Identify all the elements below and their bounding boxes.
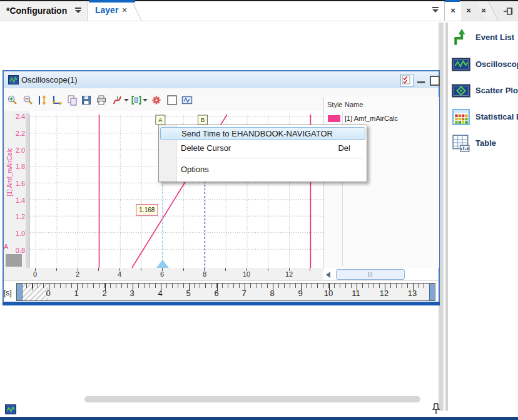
y-axis-cursor-marker: A [4, 243, 11, 250]
ruler-tick-label: 0 [41, 289, 56, 299]
tabbar-dropdown-icon[interactable] [432, 7, 439, 13]
palette-item-table[interactable]: Table [449, 133, 518, 154]
dock-tab-3-close-icon[interactable]: × [479, 5, 489, 16]
zoom-out-icon[interactable] [23, 95, 34, 106]
pin-vertical-icon[interactable] [432, 403, 440, 414]
scope-display-icon[interactable] [181, 95, 193, 106]
palette-item-event-list[interactable]: Event List [449, 27, 518, 48]
oscilloscope-icon [452, 55, 470, 74]
zoom-in-icon[interactable] [7, 95, 18, 106]
menu-item-options[interactable]: Options [160, 163, 364, 176]
signal-list-panel [323, 97, 439, 268]
svg-text:1.168: 1.168 [139, 207, 155, 213]
y-tick-label: 1.6 [6, 180, 25, 187]
save-icon[interactable] [81, 95, 92, 106]
fit-axes-icon[interactable] [51, 95, 63, 106]
y-tick-label: 2.0 [6, 146, 25, 154]
hscroll-grip-icon [368, 272, 373, 277]
layout-split-dropdown-icon[interactable] [143, 99, 148, 101]
menu-item-label: Delete Cursor [181, 141, 231, 155]
fit-vertical-icon[interactable] [37, 95, 48, 106]
ruler-tick-label: 5 [181, 289, 196, 299]
tab-configuration-label: *Configuration [6, 6, 67, 16]
y-tick-label: 1.4 [6, 197, 25, 204]
y-axis-scroll-thumb[interactable] [6, 254, 22, 267]
tab-layer-close-icon[interactable]: × [120, 5, 129, 15]
application-window: *Configuration Layer × × × × Event List … [0, 0, 518, 420]
palette-item-scatter-plot[interactable]: Scatter Plot [449, 80, 518, 101]
table-icon [452, 134, 470, 153]
scatter-plot-icon [452, 81, 470, 100]
pin-horizontal-icon[interactable] [503, 7, 514, 16]
x-tick-label: 6 [155, 270, 170, 279]
ruler-tick-label: 10 [321, 289, 336, 299]
minimize-button[interactable] [417, 81, 425, 83]
svg-text:B: B [201, 117, 205, 123]
statistical-data-icon [452, 108, 470, 126]
palette-item-label: Scatter Plot [475, 86, 518, 95]
oscilloscope-title: Oscilloscope(1) [21, 75, 78, 85]
x-tick-label: 8 [197, 270, 212, 279]
maximize-button[interactable] [430, 76, 440, 86]
x-tick-label: 10 [239, 270, 254, 279]
settings-gear-icon[interactable] [151, 95, 162, 106]
tab-layer-label: Layer [95, 5, 118, 15]
signal-list-name-header: Name [345, 101, 363, 108]
window-bottom-edge [0, 417, 518, 420]
axis-ruler-divider [4, 280, 439, 281]
layout-split-icon[interactable] [131, 95, 142, 106]
dock-tab-1-close-icon[interactable]: × [448, 5, 458, 16]
dock-tab-1-active-indicator [445, 0, 460, 2]
page-horizontal-scrollbar[interactable] [84, 396, 420, 402]
copy-icon[interactable] [66, 95, 78, 106]
ruler-tick-label: 11 [348, 289, 363, 299]
menu-item-delete-cursor[interactable]: Delete Cursor Del [160, 141, 364, 155]
oscilloscope-window-icon [8, 74, 19, 85]
ruler-tick-label: 13 [405, 289, 420, 299]
menu-item-label: Options [181, 163, 209, 176]
oscilloscope-window-bottom-border [3, 302, 440, 305]
signal-style-icon[interactable] [112, 95, 123, 106]
oscilloscope-mini-icon[interactable] [5, 404, 16, 415]
ruler-tick-label: 8 [265, 289, 280, 299]
hscroll-thumb[interactable] [336, 269, 405, 280]
ruler-tick-label: 3 [124, 289, 140, 299]
palette-item-oscilloscope[interactable]: Oscilloscope [449, 54, 518, 75]
menu-item-send-time[interactable]: Send Time to EHANDBOOK-NAVIGATOR [160, 127, 365, 140]
ruler-tick-label: 7 [236, 289, 251, 299]
ruler-unit-label: [s] [4, 289, 12, 297]
x-tick-label: 4 [112, 270, 127, 279]
x-tick-label: 12 [282, 270, 297, 279]
y-tick-label: 1.8 [6, 163, 25, 170]
y-tick-label: 2.2 [6, 130, 25, 137]
palette-item-label: Oscilloscope [475, 59, 518, 69]
menu-item-shortcut: Del [338, 141, 350, 155]
panel-splitter[interactable] [445, 23, 448, 411]
palette-item-statistical-data[interactable]: Statistical D [449, 106, 518, 128]
y-axis-signal-label: [1] Amf_mAirCalc [6, 125, 15, 219]
signal-name[interactable]: [1] Amf_mAirCalc [345, 115, 398, 122]
y-tick-label: 1.2 [6, 213, 25, 220]
configuration-dropdown-icon[interactable] [75, 8, 81, 13]
signal-check-button[interactable] [400, 74, 414, 87]
palette-item-label: Statistical D [475, 112, 518, 121]
ruler-tick-label: 1 [69, 289, 84, 299]
ruler-tick-label: 6 [209, 289, 224, 299]
ruler-tick-label: 2 [97, 289, 112, 299]
tab-layer-active-indicator [89, 0, 135, 3]
svg-text:A: A [158, 117, 162, 123]
ruler-tick-label: 9 [293, 289, 308, 299]
ruler-right-handle[interactable] [429, 284, 435, 300]
signal-list-style-header: Style [327, 101, 342, 108]
hscroll-left-arrow[interactable] [326, 272, 330, 278]
dock-tab-2-close-icon[interactable]: × [464, 5, 474, 16]
palette-item-label: Event List [475, 33, 514, 42]
ruler-left-handle[interactable] [17, 284, 23, 300]
ruler-tick-label: 12 [377, 289, 392, 299]
signal-style-dropdown-icon[interactable] [124, 99, 129, 101]
signal-style-swatch[interactable] [328, 115, 340, 122]
menu-item-label: Send Time to EHANDBOOK-NAVIGATOR [181, 128, 333, 140]
print-icon[interactable] [96, 95, 107, 106]
context-menu: Send Time to EHANDBOOK-NAVIGATOR Delete … [158, 125, 367, 182]
blank-square-icon[interactable] [166, 95, 178, 106]
